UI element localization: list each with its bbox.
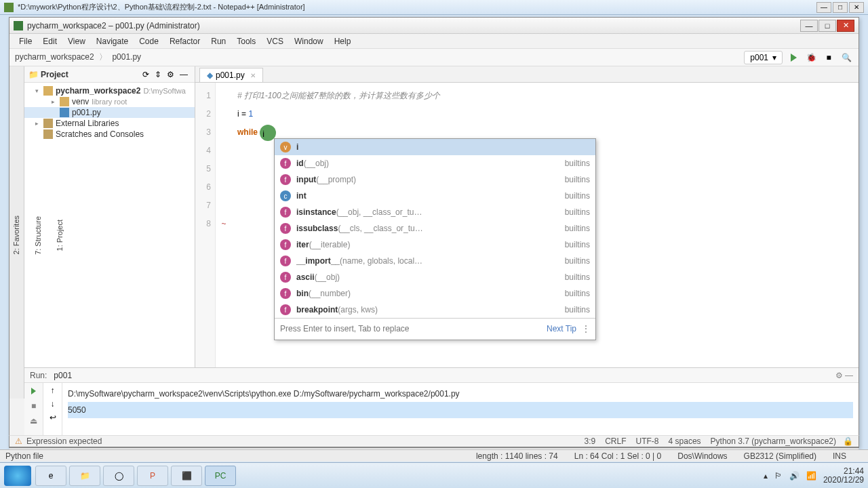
folder-icon: 📁 <box>28 70 38 79</box>
status-python[interactable]: Python 3.7 (pycharm_workspace2) <box>711 436 836 446</box>
rail-favorites[interactable]: 2: Favorites <box>9 213 23 257</box>
down-icon[interactable]: ↓ <box>51 399 55 409</box>
autocomplete-popup[interactable]: vifid(__obj)builtinsfinput(__prompt)buil… <box>274 138 596 340</box>
code-text[interactable]: # 打印1-100之间能被7整除的数，并计算这些数有多少个 i = 1 whil… <box>232 83 859 386</box>
pycharm-titlebar: pycharm_workspace2 – p001.py (Administra… <box>9 18 859 34</box>
menu-vcs[interactable]: VCS <box>261 35 289 48</box>
crumb-file[interactable]: p001.py <box>112 52 141 62</box>
menu-window[interactable]: Window <box>289 35 329 48</box>
tree-item[interactable]: ▸venvlibrary root <box>24 96 195 107</box>
stop-button[interactable]: ■ <box>822 51 835 64</box>
run-settings-icon[interactable]: ⚙ — <box>835 371 853 380</box>
system-tray[interactable]: ▴ 🏳 🔊 📶 21:44 2020/12/29 <box>764 467 864 485</box>
rail-project[interactable]: 1: Project <box>53 217 66 253</box>
left-tool-rail: 2: Favorites 7: Structure 1: Project <box>9 66 24 399</box>
notepad-title: *D:\mywork\Python程序设计\2、Python基础\流程控制-2.… <box>18 2 816 12</box>
np-filetype: Python file <box>5 451 43 461</box>
pycharm-title: pycharm_workspace2 – p001.py (Administra… <box>27 21 800 30</box>
hide-icon[interactable]: — <box>180 70 188 79</box>
np-length: length : 1140 lines : 74 <box>476 451 558 461</box>
run-output-line: D:\mySoftware\pycharm_workspace2\venv\Sc… <box>68 386 853 402</box>
menu-help[interactable]: Help <box>329 35 357 48</box>
run-config-selector[interactable]: p001 ▾ <box>744 51 783 64</box>
autocomplete-item[interactable]: fascii(__obj)builtins <box>275 269 595 285</box>
project-panel-title: Project <box>41 70 140 79</box>
taskbar-chrome[interactable]: ◯ <box>103 466 134 486</box>
pycharm-close[interactable]: ✕ <box>837 20 854 32</box>
stop-run-icon[interactable]: ■ <box>28 401 39 411</box>
collapse-icon[interactable]: ⇕ <box>155 70 161 79</box>
autocomplete-item[interactable]: f__import__(name, globals, local…builtin… <box>275 253 595 269</box>
status-eol[interactable]: CRLF <box>605 436 626 446</box>
tree-item[interactable]: Scratches and Consoles <box>24 129 195 140</box>
tray-clock[interactable]: 21:44 2020/12/29 <box>823 467 864 485</box>
exit-icon[interactable]: ⏏ <box>28 415 39 426</box>
tray-flag-icon[interactable]: 🏳 <box>774 471 783 481</box>
tree-item[interactable]: p001.py <box>24 107 195 118</box>
menu-refactor[interactable]: Refactor <box>164 35 205 48</box>
run-panel-config: p001 <box>54 371 72 380</box>
autocomplete-item[interactable]: fbreakpoint(args, kws)builtins <box>275 302 595 318</box>
windows-taskbar: e 📁 ◯ P ⬛ PC ▴ 🏳 🔊 📶 21:44 2020/12/29 <box>0 462 868 488</box>
navbar: pycharm_workspace2 〉 p001.py p001 ▾ 🐞 ■ … <box>9 49 859 66</box>
start-button[interactable] <box>4 466 31 486</box>
menu-file[interactable]: File <box>14 35 37 48</box>
status-indent[interactable]: 4 spaces <box>669 436 701 446</box>
run-panel-title: Run: <box>30 371 47 380</box>
tray-up-icon[interactable]: ▴ <box>764 471 768 481</box>
project-panel: 📁 Project ⟳ ⇕ ⚙ — ▾pycharm_workspace2D:\… <box>24 66 195 399</box>
notepad-titlebar: *D:\mywork\Python程序设计\2、Python基础\流程控制-2.… <box>0 0 868 15</box>
status-pos: 3:9 <box>585 436 596 446</box>
taskbar-ie[interactable]: e <box>35 466 66 486</box>
pycharm-maximize[interactable]: □ <box>818 20 836 32</box>
autocomplete-item[interactable]: fid(__obj)builtins <box>275 155 595 171</box>
gear-icon[interactable]: ⚙ <box>167 70 174 79</box>
autocomplete-item[interactable]: vi <box>275 139 595 155</box>
wrap-icon[interactable]: ↩ <box>50 413 56 422</box>
ide-statusbar: ⚠ Expression expected 3:9 CRLF UTF-8 4 s… <box>9 435 859 447</box>
notepad-minimize[interactable]: — <box>816 2 831 13</box>
taskbar-explorer[interactable]: 📁 <box>69 466 100 486</box>
menu-edit[interactable]: Edit <box>37 35 62 48</box>
autocomplete-item[interactable]: cintbuiltins <box>275 188 595 204</box>
run-button[interactable] <box>787 51 800 64</box>
menu-tools[interactable]: Tools <box>231 35 261 48</box>
rerun-icon[interactable] <box>28 386 39 396</box>
tray-volume-icon[interactable]: 🔊 <box>789 471 800 481</box>
autocomplete-item[interactable]: fissubclass(__cls, __class_or_tu…builtin… <box>275 220 595 237</box>
notepad-close[interactable]: ✕ <box>849 2 864 13</box>
sync-icon[interactable]: ⟳ <box>142 70 149 79</box>
autocomplete-item[interactable]: fisinstance(__obj, __class_or_tu…builtin… <box>275 204 595 220</box>
np-enc: GB2312 (Simplified) <box>744 451 816 461</box>
breadcrumb[interactable]: pycharm_workspace2 〉 p001.py <box>15 52 141 63</box>
menu-code[interactable]: Code <box>134 35 164 48</box>
pycharm-minimize[interactable]: — <box>800 20 818 32</box>
up-icon[interactable]: ↑ <box>51 386 55 395</box>
taskbar-ppt[interactable]: P <box>137 466 168 486</box>
editor-tab[interactable]: ◆ p001.py ✕ <box>199 68 263 82</box>
run-output-result: 5050 <box>68 402 853 418</box>
tree-item[interactable]: ▾pycharm_workspace2D:\mySoftwa <box>24 85 195 96</box>
run-output[interactable]: D:\mySoftware\pycharm_workspace2\venv\Sc… <box>62 383 859 435</box>
notepad-maximize[interactable]: □ <box>833 2 848 13</box>
search-button[interactable]: 🔍 <box>840 51 853 64</box>
tray-network-icon[interactable]: 📶 <box>806 471 816 481</box>
taskbar-pycharm[interactable]: PC <box>205 466 236 486</box>
menu-view[interactable]: View <box>62 35 91 48</box>
status-encoding[interactable]: UTF-8 <box>636 436 659 446</box>
status-lock-icon[interactable]: 🔒 <box>843 436 853 446</box>
tree-item[interactable]: ▸External Libraries <box>24 118 195 129</box>
np-os: Dos\Windows <box>677 451 727 461</box>
run-panel: Run: p001 ⚙ — ■ ⏏ ↑ ↓ ↩ D:\mySoftware\py… <box>24 367 859 435</box>
menu-run[interactable]: Run <box>205 35 231 48</box>
debug-button[interactable]: 🐞 <box>804 51 818 64</box>
rail-structure[interactable]: 7: Structure <box>31 214 45 258</box>
taskbar-app1[interactable]: ⬛ <box>171 466 202 486</box>
notepad-icon <box>4 3 14 12</box>
autocomplete-item[interactable]: finput(__prompt)builtins <box>275 171 595 188</box>
autocomplete-item[interactable]: fbin(__number)builtins <box>275 285 595 302</box>
menu-navigate[interactable]: Navigate <box>91 35 134 48</box>
crumb-project[interactable]: pycharm_workspace2 <box>15 52 94 62</box>
autocomplete-item[interactable]: fiter(__iterable)builtins <box>275 237 595 253</box>
tab-close-icon[interactable]: ✕ <box>250 72 256 79</box>
